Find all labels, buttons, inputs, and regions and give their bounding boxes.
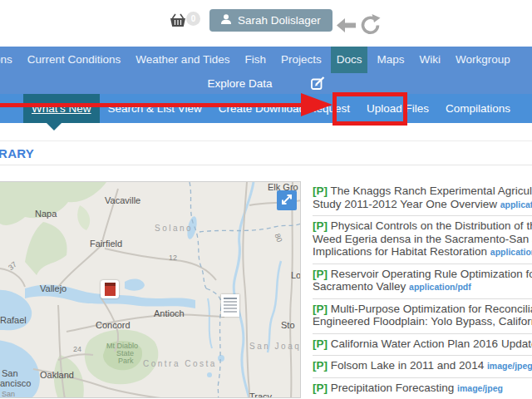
page-title: RARY	[0, 146, 34, 160]
pdf-type-badge: [P]	[313, 185, 328, 197]
map-label-fairfield: Fairfield	[90, 239, 122, 249]
map-label-antioch: Antioch	[154, 308, 185, 318]
doc-mimetype: application/pdf	[490, 247, 532, 257]
map-label-lodi: Lo	[291, 270, 301, 280]
divider	[0, 140, 532, 141]
map-label-san-joaquin-county: San Joaqu	[249, 342, 301, 351]
nav-item-explore-data[interactable]: Explore Data	[207, 77, 272, 90]
subnav-item-compilations[interactable]: Compilations	[437, 94, 519, 123]
pdf-type-badge: [P]	[313, 382, 328, 394]
subnav-item-whats-new[interactable]: What's New	[23, 94, 100, 123]
list-item[interactable]: [P] Physical Controls on the Distributio…	[313, 216, 532, 264]
nav-item-fish[interactable]: Fish	[239, 47, 272, 73]
nav-item-workgroups[interactable]: Workgroup	[450, 47, 516, 73]
cart-count-badge: 0	[186, 12, 200, 26]
map-label-solano-county: Solano	[155, 224, 193, 233]
list-item[interactable]: [P] The Knaggs Ranch Experimental Agricu…	[313, 181, 532, 216]
map-label-tracy: Tracy	[249, 392, 272, 398]
doc-title[interactable]: Weed Egeria densa in the Sacramento-San …	[313, 233, 532, 245]
nav-item-docs[interactable]: Docs	[331, 47, 368, 73]
subnav-item-search-list-view[interactable]: Search & List View	[100, 94, 210, 123]
cart-basket-icon[interactable]	[170, 13, 186, 31]
list-item[interactable]: [P] Multi-Purpose Optimization for Recon…	[313, 299, 532, 334]
map-label-contra-costa-county: Contra Costa	[143, 359, 217, 368]
nav-item-current-conditions[interactable]: Current Conditions	[22, 47, 127, 73]
map-pdf-marker-icon[interactable]	[101, 280, 119, 298]
doc-title[interactable]: Folsom Lake in 2011 and 2014	[331, 359, 484, 372]
doc-title[interactable]: Engineered Floodplain: Yolo Bypass, Cali…	[313, 315, 532, 328]
map-label-route-12: 12	[169, 254, 177, 262]
doc-title[interactable]: California Water Action Plan 2016 Update	[331, 337, 532, 350]
pdf-type-badge: [P]	[313, 337, 328, 350]
map-label-route-80: 80	[274, 234, 283, 242]
doc-title[interactable]: Implications for Habitat Restoration	[313, 245, 487, 258]
expand-icon	[281, 194, 293, 208]
list-item[interactable]: [P] Folsom Lake in 2011 and 2014 image/j…	[313, 356, 532, 378]
doc-mimetype: image/jpeg	[457, 383, 503, 393]
nav-item-projects[interactable]: Projects	[275, 47, 328, 73]
nav-item-wiki[interactable]: Wiki	[414, 47, 447, 73]
annotation-arrow-head	[301, 93, 332, 116]
map-label-route-24: 24	[73, 345, 81, 353]
annotation-highlight-box	[332, 92, 407, 126]
divider	[0, 165, 532, 165]
docs-sub-navigation: What's New Search & List View Create Dow…	[0, 94, 532, 123]
doc-title[interactable]: Multi-Purpose Optimization for Reconcili…	[331, 303, 532, 315]
doc-mimetype: application/pdf	[500, 200, 532, 209]
map-label-vallejo: Vallejo	[40, 283, 66, 293]
map-label-san-rafael: Rafael	[0, 315, 27, 325]
active-tab-pointer	[47, 123, 62, 131]
list-item[interactable]: [P] Precipitation Forecasting image/jpeg	[313, 378, 532, 399]
pdf-type-badge: [P]	[313, 359, 328, 372]
doc-title[interactable]: Study 2011-2012 Year One Overview	[313, 198, 497, 210]
main-navigation: ons Current Conditions Weather and Tides…	[0, 47, 532, 73]
doc-title[interactable]: Precipitation Forecasting	[331, 382, 455, 394]
map-expand-button[interactable]	[277, 190, 297, 210]
doc-mimetype: application/pdf	[409, 282, 471, 292]
pdf-type-badge: [P]	[313, 268, 328, 280]
doc-title[interactable]: Physical Controls on the Distribution of…	[331, 219, 532, 232]
map-label-park: Park	[118, 357, 134, 365]
person-icon	[221, 14, 231, 27]
annotation-arrow-line	[0, 103, 304, 107]
doc-title[interactable]: Sacramento Valley	[313, 280, 406, 293]
refresh-icon[interactable]	[360, 14, 382, 39]
map-label-san-francisco-line1: San	[2, 368, 18, 378]
top-bar: 0 Sarah Dolislager	[0, 0, 532, 47]
secondary-navigation: Explore Data	[0, 73, 532, 94]
back-arrow-icon[interactable]	[336, 17, 356, 37]
list-item[interactable]: [P] California Water Action Plan 2016 Up…	[313, 334, 532, 357]
library-map[interactable]: Elk Gro Vacaville Napa Solano Fairfield …	[0, 181, 301, 398]
user-menu-button[interactable]: Sarah Dolislager	[209, 9, 332, 32]
list-item[interactable]: [P] Reservoir Operating Rule Optimizatio…	[313, 264, 532, 299]
nav-item-stations[interactable]: ons	[0, 47, 18, 73]
document-list: [P] The Knaggs Ranch Experimental Agricu…	[313, 181, 532, 399]
map-label-stockton: Sto	[281, 320, 295, 330]
doc-title[interactable]: Reservoir Operating Rule Optimization fo…	[331, 268, 532, 280]
user-name-label: Sarah Dolislager	[238, 14, 321, 27]
map-label-concord: Concord	[96, 320, 131, 330]
map-label-napa: Napa	[35, 209, 57, 219]
doc-mimetype: image/jpeg	[487, 361, 532, 371]
map-label-vacaville: Vacaville	[105, 195, 140, 205]
nav-item-weather-and-tides[interactable]: Weather and Tides	[130, 47, 235, 73]
map-label-oakland: Oakland	[40, 370, 74, 380]
map-label-route-37: 37	[8, 262, 17, 270]
nav-item-maps[interactable]: Maps	[371, 47, 410, 73]
map-document-marker-icon[interactable]	[221, 294, 239, 317]
pdf-type-badge: [P]	[313, 219, 328, 232]
map-label-san-francisco-line2: ancisco	[0, 378, 31, 388]
edit-icon[interactable]	[311, 76, 325, 93]
pdf-type-badge: [P]	[313, 303, 328, 315]
doc-title[interactable]: The Knaggs Ranch Experimental Agricultur…	[331, 185, 532, 197]
map-label-san-small: San	[2, 390, 15, 398]
